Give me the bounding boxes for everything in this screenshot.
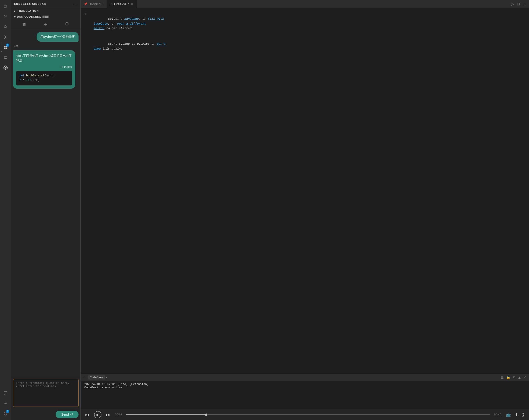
chat-toolbar: 🗑 + [11, 20, 80, 29]
panel-source-select[interactable]: CodeGeeX [88, 375, 105, 380]
extensions-icon[interactable]: 1 [1, 43, 10, 52]
delete-chat-button[interactable]: 🗑 [21, 21, 28, 27]
line-number-1: 1 [84, 12, 86, 16]
history-button[interactable] [63, 21, 71, 27]
log-line-1: 2023/4/18 12:07:31 [Info] [Extension] [84, 383, 525, 386]
svg-point-3 [4, 26, 6, 27]
audio-cast-button[interactable]: 📺 [505, 411, 512, 418]
svg-marker-5 [5, 36, 7, 38]
send-label: Send [61, 413, 69, 416]
editor-line-2: Start typing to dismiss or don'tshow thi… [93, 37, 525, 56]
panel-close-button[interactable]: ✕ [523, 375, 527, 380]
ask-codegeex-section-header[interactable]: ▼ ASK CODEGEEX beta [11, 14, 80, 20]
audio-share-button[interactable]: ⬆ [514, 411, 519, 418]
progress-bar[interactable] [126, 414, 490, 415]
main-area: 📌 Untitled-5 ≡ Untitled-7 ✕ ▷ ⊟ ··· 1 Se… [80, 0, 529, 420]
run-debug-icon[interactable] [1, 32, 10, 42]
sidebar-menu-button[interactable]: ··· [72, 1, 78, 7]
more-actions-button[interactable]: ··· [522, 1, 527, 7]
progress-thumb [205, 414, 207, 416]
panel-lock-button[interactable]: 🔒 [505, 375, 511, 380]
remote-icon[interactable] [1, 53, 10, 62]
progress-fill [126, 414, 206, 415]
extensions-badge: 1 [6, 43, 9, 47]
files-icon[interactable]: ⧉ [1, 2, 10, 11]
settings-icon[interactable]: 1 [1, 409, 10, 418]
editor-content[interactable]: Select a language, or fill withtemplate,… [90, 12, 529, 374]
send-icon: ↺ [70, 413, 73, 416]
fast-forward-button[interactable]: ⏭ [105, 411, 111, 418]
panel-tabs: ··· CodeGeeX ▾ ☰ 🔒 ⧉ ▲ ✕ [80, 374, 529, 381]
svg-rect-12 [4, 56, 7, 59]
panel-content: 2023/4/18 12:07:31 [Info] [Extension] Co… [80, 381, 529, 409]
send-row: Send ↺ [11, 409, 80, 420]
bot-label: Bot [13, 44, 79, 47]
translation-section-header[interactable]: ▶ TRANSLATION [11, 8, 80, 14]
tab-label-untitled-7: Untitled-7 [114, 2, 129, 6]
svg-rect-10 [4, 47, 6, 49]
tab-untitled-7[interactable]: ≡ Untitled-7 ✕ [107, 0, 137, 8]
insert-label: Insert [64, 65, 72, 69]
play-button[interactable]: ▶ [94, 411, 101, 418]
tab-close-button[interactable]: ✕ [130, 2, 134, 6]
audio-more-button[interactable]: ⟫ [521, 411, 525, 418]
insert-icon: ⊡ [61, 65, 63, 69]
panel-copy-button[interactable]: ⧉ [512, 375, 516, 380]
svg-point-16 [5, 402, 6, 403]
panel-collapse-button[interactable]: ▲ [517, 375, 522, 380]
sidebar-title: CODEGEEX SIDEBAR [14, 2, 46, 6]
panel-controls: ☰ 🔒 ⧉ ▲ ✕ [500, 375, 527, 380]
editor-text-to-get-started: to get started. [105, 27, 133, 30]
git-icon[interactable] [1, 12, 10, 21]
svg-point-17 [5, 413, 6, 414]
file-icon: ≡ [110, 2, 113, 6]
line-numbers: 1 [80, 12, 90, 374]
chat-input[interactable] [13, 379, 79, 407]
new-chat-button[interactable]: + [42, 21, 50, 28]
code-line-2: n = len(arr) [19, 78, 69, 82]
code-line-1: def bubble_sort(arr): [19, 74, 69, 78]
rewind-button[interactable]: ⏮ [84, 411, 90, 418]
send-button[interactable]: Send ↺ [56, 411, 79, 418]
editor-text-start-typing: Start typing to dismiss or [108, 42, 157, 46]
sidebar-header: CODEGEEX SIDEBAR ··· [11, 0, 80, 8]
log-line-2: CodeGeeX is now active [84, 386, 525, 389]
sidebar: CODEGEEX SIDEBAR ··· ▶ TRANSLATION ▼ ASK… [11, 0, 80, 420]
chat-icon[interactable] [1, 389, 10, 398]
editor-text-or2: , or [108, 22, 117, 26]
chat-area: 用python写一个冒泡排序 Bot 好的,下面是使用 Python 编写的冒泡… [11, 29, 80, 377]
activity-bar: ⧉ 1 1 [0, 0, 11, 420]
bot-text: 好的,下面是使用 Python 编写的冒泡排序算法: [16, 53, 72, 63]
ask-codegeex-arrow-icon: ▼ [14, 15, 16, 18]
panel-menu-button[interactable]: ··· [82, 376, 85, 379]
audio-extra-controls: 📺 ⬆ ⟫ [505, 411, 525, 418]
account-icon[interactable] [1, 399, 10, 408]
ask-codegeex-section-title: ASK CODEGEEX [17, 15, 41, 18]
codegeex-icon[interactable] [1, 63, 10, 72]
bottom-panel: ··· CodeGeeX ▾ ☰ 🔒 ⧉ ▲ ✕ 2023/4/18 12:07… [80, 374, 529, 420]
insert-button[interactable]: ⊡ Insert [16, 65, 72, 69]
tabs-bar: 📌 Untitled-5 ≡ Untitled-7 ✕ ▷ ⊟ ··· [80, 0, 529, 8]
svg-point-1 [4, 18, 5, 18]
panel-chevron-icon: ▾ [106, 376, 107, 379]
svg-marker-15 [5, 67, 6, 68]
translation-section-title: TRANSLATION [17, 10, 39, 13]
search-icon[interactable] [1, 22, 10, 31]
audio-bar: ⏮ ▶ ⏭ 00:09 00:40 📺 ⬆ ⟫ [80, 409, 529, 420]
tab-untitled-5[interactable]: 📌 Untitled-5 [80, 0, 107, 8]
panel-source-selector: CodeGeeX ▾ [88, 375, 107, 380]
svg-line-4 [6, 27, 7, 28]
bot-message: 好的,下面是使用 Python 编写的冒泡排序算法: ⊡ Insert def … [13, 50, 75, 89]
editor-text-comma-or: , or [139, 17, 148, 21]
beta-badge: beta [42, 15, 49, 18]
split-editor-button[interactable]: ⊟ [516, 1, 521, 7]
settings-badge: 1 [6, 410, 9, 413]
tabs-right-controls: ▷ ⊟ ··· [508, 1, 529, 7]
run-button[interactable]: ▷ [510, 1, 515, 7]
editor-text-select-a: Select a [108, 17, 124, 21]
tab-label-untitled-5: Untitled-5 [89, 2, 104, 6]
time-start: 00:09 [115, 413, 122, 416]
panel-wrap-button[interactable]: ☰ [500, 375, 505, 380]
editor-link-language[interactable]: language [124, 17, 139, 21]
svg-point-6 [4, 35, 5, 36]
